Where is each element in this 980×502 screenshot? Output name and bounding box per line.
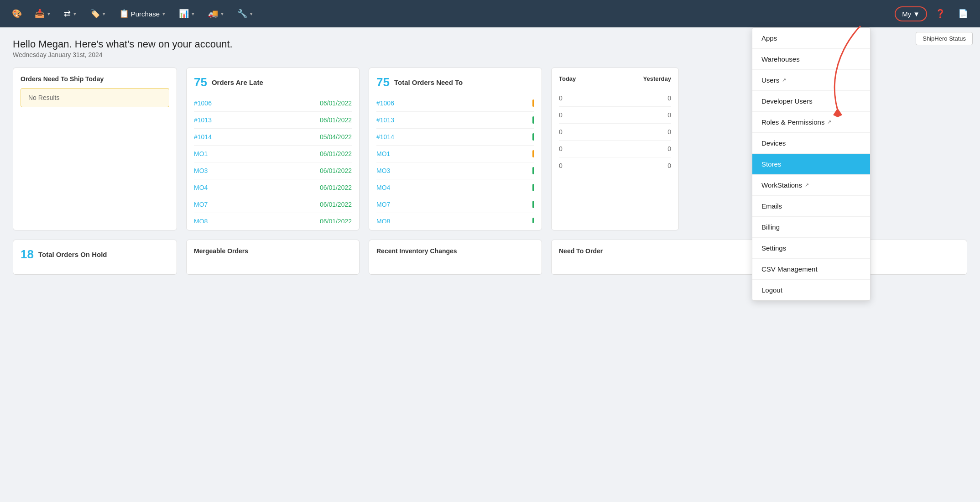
nav-dashboard[interactable]: 🎨 — [7, 6, 26, 21]
list-item: MO8 — [376, 213, 534, 223]
order-link[interactable]: MO4 — [194, 184, 208, 191]
users-label: Users — [761, 76, 779, 84]
mergeable-orders-card: Mergeable Orders — [186, 240, 360, 275]
today-val: 0 — [559, 162, 563, 169]
order-link[interactable]: #1014 — [194, 133, 212, 141]
dropdown-logout[interactable]: Logout — [752, 280, 870, 286]
my-dropdown-menu: Apps Warehouses Users ↗ Developer Users … — [752, 27, 871, 286]
emails-label: Emails — [761, 202, 782, 210]
orders-total-list-wrapper[interactable]: #1006 #1013 #1014 MO1 — [376, 95, 534, 223]
nav-tools[interactable]: 🔧 ▼ — [233, 6, 258, 21]
stats-row: 0 0 — [559, 141, 671, 157]
dropdown-settings[interactable]: Settings — [752, 238, 870, 259]
nav-arrows[interactable]: ⇄ ▼ — [59, 6, 82, 21]
recent-inventory-title: Recent Inventory Changes — [376, 247, 534, 255]
order-link[interactable]: MO1 — [194, 150, 208, 157]
order-link[interactable]: #1006 — [194, 99, 212, 107]
total-on-hold-label: Total Orders On Hold — [38, 251, 107, 258]
stats-row: 0 0 — [559, 107, 671, 124]
today-val: 0 — [559, 111, 563, 119]
dropdown-stores[interactable]: Stores — [752, 154, 870, 175]
workstations-label: WorkStations — [761, 181, 802, 189]
dropdown-csv-management[interactable]: CSV Management — [752, 259, 870, 280]
truck-icon: 🚚 — [208, 9, 218, 19]
chevron-down-icon: ▼ — [191, 11, 195, 16]
list-item: #1006 — [376, 95, 534, 112]
dropdown-billing[interactable]: Billing — [752, 217, 870, 238]
order-link[interactable]: MO7 — [376, 201, 390, 208]
list-item: #1014 — [376, 129, 534, 146]
order-link[interactable]: MO8 — [194, 218, 208, 223]
dropdown-emails[interactable]: Emails — [752, 196, 870, 217]
dropdown-users[interactable]: Users ↗ — [752, 70, 870, 91]
total-on-hold-header: 18 Total Orders On Hold — [21, 247, 169, 261]
list-item: MO7 06/01/2022 — [194, 196, 352, 213]
inbox-icon: 📥 — [35, 9, 45, 19]
status-bar-green — [532, 184, 534, 191]
order-link[interactable]: #1014 — [376, 133, 394, 141]
dropdown-workstations[interactable]: WorkStations ↗ — [752, 175, 870, 196]
nav-my-button[interactable]: My ▼ — [895, 6, 927, 21]
mergeable-orders-title: Mergeable Orders — [194, 247, 352, 255]
status-bar-orange — [532, 99, 534, 107]
orders-late-header: 75 Orders Are Late — [194, 75, 352, 89]
order-link[interactable]: MO3 — [194, 167, 208, 174]
my-label: My — [902, 10, 911, 18]
external-link-icon: ↗ — [805, 182, 809, 188]
order-link[interactable]: MO1 — [376, 150, 390, 157]
order-link[interactable]: MO4 — [376, 184, 390, 191]
help-icon: ❓ — [935, 9, 945, 19]
nav-shipping[interactable]: 🚚 ▼ — [203, 6, 229, 21]
recent-inventory-card: Recent Inventory Changes — [369, 240, 542, 275]
list-item: #1006 06/01/2022 — [194, 95, 352, 112]
order-link[interactable]: MO8 — [376, 218, 390, 223]
today-val: 0 — [559, 128, 563, 136]
list-item: MO4 — [376, 179, 534, 196]
dropdown-warehouses[interactable]: Warehouses — [752, 49, 870, 70]
order-link[interactable]: MO7 — [194, 201, 208, 208]
chevron-down-icon: ▼ — [162, 11, 166, 16]
list-item: MO8 06/01/2022 — [194, 213, 352, 223]
dropdown-apps[interactable]: Apps — [752, 28, 870, 49]
order-link[interactable]: #1013 — [376, 116, 394, 124]
stats-row: 0 0 — [559, 157, 671, 174]
nav-tags[interactable]: 🏷️ ▼ — [85, 6, 111, 21]
stats-row: 0 0 — [559, 90, 671, 107]
nav-purchase-label: Purchase — [131, 10, 160, 18]
nav-purchase[interactable]: 📋 Purchase ▼ — [115, 6, 171, 21]
bars-icon: 📊 — [179, 9, 189, 19]
yesterday-val: 0 — [667, 128, 671, 136]
list-item: #1014 05/04/2022 — [194, 129, 352, 146]
nav-inbox[interactable]: 📥 ▼ — [30, 6, 56, 21]
shiphero-status-button[interactable]: ShipHero Status — [916, 32, 973, 45]
nav-reports[interactable]: 📊 ▼ — [174, 6, 200, 21]
order-link[interactable]: #1006 — [376, 99, 394, 107]
status-bar-green — [532, 167, 534, 174]
nav-help[interactable]: ❓ — [931, 6, 950, 21]
stats-card: Today Yesterday 0 0 0 0 0 0 0 0 0 0 — [551, 68, 679, 230]
stats-yesterday-label: Yesterday — [643, 75, 671, 82]
dashboard-icon: 🎨 — [12, 9, 22, 19]
apps-label: Apps — [761, 34, 777, 42]
dropdown-devices[interactable]: Devices — [752, 133, 870, 154]
external-link-icon: ↗ — [782, 77, 786, 83]
devices-label: Devices — [761, 139, 786, 147]
yesterday-val: 0 — [667, 111, 671, 119]
dropdown-roles-permissions[interactable]: Roles & Permissions ↗ — [752, 112, 870, 133]
orders-late-list-wrapper[interactable]: #1006 06/01/2022 #1013 06/01/2022 #1014 … — [194, 95, 352, 223]
order-link[interactable]: #1013 — [194, 116, 212, 124]
order-link[interactable]: MO3 — [376, 167, 390, 174]
nav-document[interactable]: 📄 — [954, 6, 973, 21]
dropdown-developer-users[interactable]: Developer Users — [752, 91, 870, 112]
order-date: 06/01/2022 — [320, 116, 352, 124]
order-date: 06/01/2022 — [320, 218, 352, 223]
document-icon: 📄 — [958, 9, 968, 19]
chevron-down-icon: ▼ — [102, 11, 106, 16]
list-item: MO3 — [376, 162, 534, 179]
list-item: #1013 — [376, 112, 534, 129]
status-bar-green — [532, 218, 534, 223]
order-date: 05/04/2022 — [320, 133, 352, 141]
warehouses-label: Warehouses — [761, 55, 800, 63]
chevron-down-icon: ▼ — [913, 10, 920, 18]
list-item: MO4 06/01/2022 — [194, 179, 352, 196]
